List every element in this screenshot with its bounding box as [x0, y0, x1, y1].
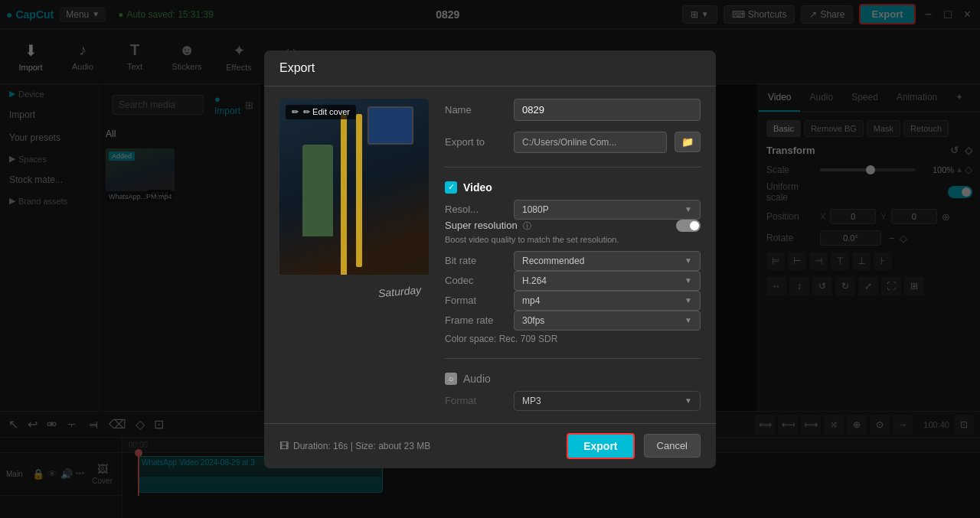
audio-format-select[interactable]: MP3 ▼ [514, 391, 701, 411]
film-icon: 🎞 [279, 441, 289, 451]
name-row: Name [445, 99, 701, 121]
edit-icon: ✏ [292, 107, 299, 117]
bus-seat [302, 145, 333, 236]
framerate-select[interactable]: 30fps ▼ [514, 311, 701, 331]
audio-checkbox[interactable]: ○ [445, 373, 457, 385]
resolution-row: Resol... 1080P ▼ [445, 200, 701, 220]
bitrate-select[interactable]: Recommended ▼ [514, 251, 701, 271]
bitrate-arrow: ▼ [684, 256, 692, 265]
dialog-title: Export [264, 50, 716, 86]
export-dialog: Export Saturday ✏ ✏ Edit cover [264, 50, 716, 468]
resolution-arrow: ▼ [684, 205, 692, 213]
dialog-overlay: Export Saturday ✏ ✏ Edit cover [0, 0, 980, 518]
dialog-preview-panel: Saturday ✏ ✏ Edit cover [279, 99, 433, 411]
bitrate-row: Bit rate Recommended ▼ [445, 251, 701, 271]
footer-info: 🎞 Duration: 16s | Size: about 23 MB [279, 441, 557, 451]
super-res-row: Super resolution ⓘ [445, 220, 701, 232]
bus-pole-1 [341, 114, 347, 282]
dialog-cancel-button[interactable]: Cancel [644, 434, 701, 458]
divider-1 [445, 167, 701, 168]
super-res-toggle[interactable] [676, 220, 701, 232]
export-path: C:/Users/Online Com... [514, 132, 667, 153]
codec-arrow: ▼ [684, 276, 692, 285]
super-res-label: Super resolution [445, 220, 518, 231]
color-space-text: Color space: Rec. 709 SDR [445, 334, 701, 344]
bus-window [368, 106, 413, 145]
audio-format-row: Format MP3 ▼ [445, 391, 701, 411]
audio-check-row: ○ Audio [445, 373, 701, 385]
video-checkbox[interactable]: ✓ [445, 181, 457, 194]
video-check-row: ✓ Video [445, 181, 701, 194]
resolution-select[interactable]: 1080P ▼ [514, 200, 701, 220]
format-arrow: ▼ [684, 296, 692, 305]
format-row: Format mp4 ▼ [445, 291, 701, 311]
export-to-row: Export to C:/Users/Online Com... 📁 [445, 132, 701, 153]
codec-row: Codec H.264 ▼ [445, 271, 701, 291]
audio-section: ○ Audio Format MP3 ▼ [445, 373, 701, 411]
video-section: ✓ Video Resol... 1080P ▼ Super resolutio… [445, 181, 701, 344]
framerate-row: Frame rate 30fps ▼ [445, 311, 701, 331]
edit-cover-button[interactable]: ✏ ✏ Edit cover [286, 105, 356, 119]
super-res-info-icon[interactable]: ⓘ [523, 221, 531, 230]
framerate-arrow: ▼ [684, 316, 692, 324]
preview-image: Saturday ✏ ✏ Edit cover [279, 99, 429, 321]
folder-button[interactable]: 📁 [675, 132, 701, 152]
dialog-form: Name Export to C:/Users/Online Com... 📁 … [445, 99, 701, 411]
divider-2 [445, 358, 701, 359]
bus-pole-2 [356, 114, 362, 267]
dialog-export-button[interactable]: Export [567, 433, 634, 459]
dialog-footer: 🎞 Duration: 16s | Size: about 23 MB Expo… [264, 423, 716, 468]
bus-video-preview: Saturday [279, 99, 429, 321]
name-input[interactable] [514, 99, 701, 121]
audio-format-arrow: ▼ [684, 396, 692, 405]
format-select[interactable]: mp4 ▼ [514, 291, 701, 311]
audio-label: Audio [463, 373, 491, 385]
boost-text-row: Boost video quality to match the set res… [445, 233, 701, 245]
bus-floor [279, 275, 429, 321]
codec-select[interactable]: H.264 ▼ [514, 271, 701, 291]
dialog-body: Saturday ✏ ✏ Edit cover Name Export to C… [264, 86, 716, 423]
